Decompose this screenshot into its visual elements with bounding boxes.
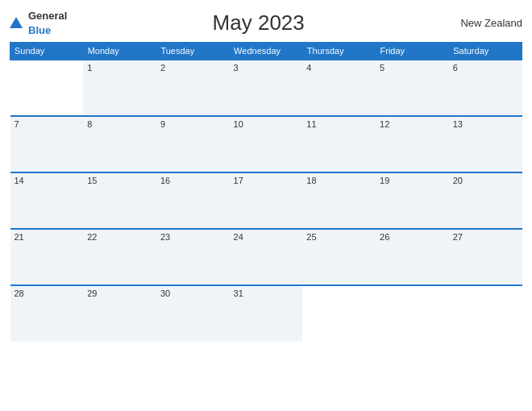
calendar-cell: 6: [449, 60, 522, 116]
day-number: 19: [380, 176, 389, 185]
day-number: 5: [380, 63, 384, 73]
day-number: 15: [87, 176, 97, 185]
day-number: 6: [453, 63, 458, 73]
col-wednesday: Wednesday: [230, 43, 303, 60]
day-number: 9: [160, 119, 165, 129]
calendar-cell: 4: [302, 60, 376, 116]
calendar-cell: 30: [156, 285, 230, 342]
calendar-cell: 17: [230, 172, 303, 229]
day-number: 29: [87, 289, 97, 298]
day-number: 26: [380, 232, 389, 242]
day-number: 2: [160, 63, 165, 73]
col-sunday: Sunday: [10, 43, 84, 60]
calendar-cell: 19: [376, 172, 449, 229]
day-number: 24: [234, 232, 243, 242]
day-number: 14: [15, 176, 24, 185]
calendar-cell: 3: [230, 60, 303, 116]
calendar-cell: 9: [156, 116, 230, 172]
day-number: 16: [160, 176, 170, 185]
day-number: 28: [15, 289, 24, 298]
logo-general: General: [28, 10, 67, 22]
calendar-cell: [449, 285, 522, 342]
calendar-cell: [302, 285, 376, 342]
day-number: 1: [87, 63, 92, 73]
day-number: 31: [234, 289, 243, 298]
region-label: New Zealand: [450, 17, 522, 29]
calendar-week-4: 21222324252627: [10, 229, 522, 285]
day-number: 30: [160, 289, 170, 298]
calendar-title: May 2023: [67, 10, 450, 35]
calendar-cell: 8: [83, 116, 156, 172]
day-number: 3: [234, 63, 239, 73]
calendar-cell: 5: [376, 60, 449, 116]
calendar-table: Sunday Monday Tuesday Wednesday Thursday…: [10, 42, 522, 342]
day-number: 8: [87, 119, 92, 129]
calendar-header-row: Sunday Monday Tuesday Wednesday Thursday…: [10, 43, 522, 60]
calendar-page: General Blue May 2023 New Zealand Sunday…: [0, 0, 532, 411]
calendar-cell: 16: [156, 172, 230, 229]
page-header: General Blue May 2023 New Zealand: [10, 8, 522, 37]
calendar-cell: 22: [83, 229, 156, 285]
col-monday: Monday: [83, 43, 156, 60]
calendar-cell: 25: [302, 229, 376, 285]
calendar-cell: 21: [10, 229, 84, 285]
logo-blue: Blue: [28, 24, 51, 36]
calendar-cell: [376, 285, 449, 342]
calendar-cell: 28: [10, 285, 84, 342]
calendar-cell: 24: [230, 229, 303, 285]
col-tuesday: Tuesday: [156, 43, 230, 60]
day-number: 17: [234, 176, 243, 185]
day-number: 25: [306, 232, 316, 242]
day-number: 12: [380, 119, 389, 129]
calendar-cell: 2: [156, 60, 230, 116]
calendar-week-1: 123456: [10, 60, 522, 116]
col-saturday: Saturday: [449, 43, 522, 60]
calendar-cell: 14: [10, 172, 84, 229]
calendar-week-2: 78910111213: [10, 116, 522, 172]
logo: General Blue: [10, 8, 67, 37]
calendar-cell: 31: [230, 285, 303, 342]
day-number: 11: [306, 119, 316, 129]
day-number: 7: [15, 119, 19, 129]
calendar-cell: 20: [449, 172, 522, 229]
day-number: 21: [15, 232, 24, 242]
day-number: 20: [453, 176, 463, 185]
day-number: 10: [234, 119, 243, 129]
calendar-week-5: 28293031: [10, 285, 522, 342]
day-number: 4: [306, 63, 311, 73]
calendar-cell: 26: [376, 229, 449, 285]
calendar-cell: 10: [230, 116, 303, 172]
calendar-cell: [10, 60, 84, 116]
day-number: 13: [453, 119, 463, 129]
calendar-cell: 23: [156, 229, 230, 285]
calendar-cell: 18: [302, 172, 376, 229]
calendar-cell: 29: [83, 285, 156, 342]
day-number: 22: [87, 232, 97, 242]
col-friday: Friday: [376, 43, 449, 60]
calendar-week-3: 14151617181920: [10, 172, 522, 229]
calendar-cell: 12: [376, 116, 449, 172]
calendar-cell: 27: [449, 229, 522, 285]
calendar-cell: 1: [83, 60, 156, 116]
calendar-cell: 11: [302, 116, 376, 172]
day-number: 18: [306, 176, 316, 185]
day-number: 23: [160, 232, 170, 242]
col-thursday: Thursday: [302, 43, 376, 60]
calendar-cell: 7: [10, 116, 84, 172]
calendar-cell: 15: [83, 172, 156, 229]
calendar-cell: 13: [449, 116, 522, 172]
day-number: 27: [453, 232, 463, 242]
